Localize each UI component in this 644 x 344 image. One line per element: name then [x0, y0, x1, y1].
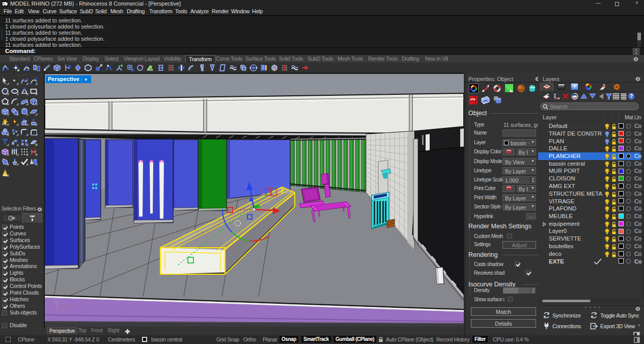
svg-text:?: ?	[630, 93, 633, 99]
